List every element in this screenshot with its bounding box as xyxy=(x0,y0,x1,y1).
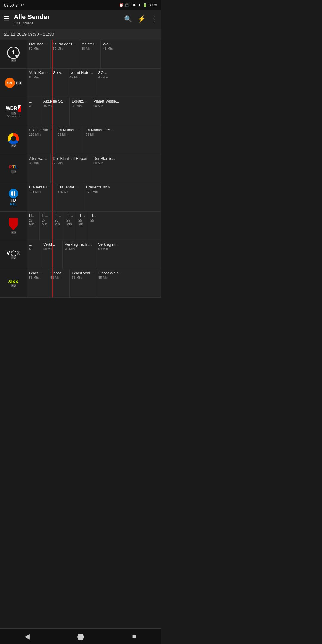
epg-row-sat1: HD SAT.1-Früh... 270 Min Im Namen der Ge… xyxy=(0,126,161,154)
signal-icon: ▲ xyxy=(138,3,141,7)
channel-logo-rtl[interactable]: R T L HD xyxy=(0,154,27,183)
page-title: Alle Sender xyxy=(14,13,124,21)
lte-icon: LTE xyxy=(131,4,136,7)
program-cell[interactable]: We... 45 Min xyxy=(101,40,161,68)
programs-rtl: Alles was ... 30 Min Der Blaulicht Repor… xyxy=(27,154,161,183)
programs-zdf: Volle Kanne - Service täglich 85 Min Not… xyxy=(27,69,161,97)
program-cell[interactable]: Im Namen der... 59 Min xyxy=(83,126,161,154)
program-cell[interactable]: How I M... 25 Min xyxy=(64,212,76,240)
program-cell[interactable]: Live nac... 50 Min xyxy=(27,40,51,68)
das-erste-logo-circle: 1 xyxy=(7,47,20,59)
status-right: ⏰ 📳 LTE ▲ 🔋 80 % xyxy=(119,3,157,7)
program-cell[interactable]: Der Blaulicht Report 60 Min xyxy=(51,154,91,183)
programs-sixx: Ghos... 56 Min Ghost... 56 Min Ghost Whi… xyxy=(27,269,161,297)
program-cell[interactable]: Alles was ... 30 Min xyxy=(27,154,51,183)
vox-logo: V ◯ X xyxy=(6,250,20,256)
program-cell[interactable]: Ghost Whisperer - Stimm... 56 Min xyxy=(70,269,96,297)
menu-button[interactable]: ☰ xyxy=(4,15,10,23)
program-cell[interactable]: Volle Kanne - Service täglich 85 Min xyxy=(27,69,67,97)
channel-logo-vox[interactable]: V ◯ X HD xyxy=(0,240,27,269)
toolbar-title: Alle Sender 10 Einträge xyxy=(14,13,124,25)
program-cell[interactable]: Frauentausch 121 Min xyxy=(84,183,161,211)
search-button[interactable]: 🔍 xyxy=(124,15,132,23)
program-cell[interactable]: Frauentau... 120 Min xyxy=(55,183,84,211)
now-line xyxy=(52,269,53,297)
channel-logo-zdf[interactable]: ZDF HD xyxy=(0,69,27,97)
now-line xyxy=(52,183,53,211)
now-line xyxy=(52,40,53,68)
programs-pro7: How ... 27 Min How I... 27 Min How I M..… xyxy=(27,212,161,240)
program-cell[interactable]: Ghos... 56 Min xyxy=(27,269,48,297)
program-cell[interactable]: Verklag mich doch! 70 Min xyxy=(63,240,96,269)
vibrate-icon: 📳 xyxy=(125,3,129,7)
zdf-logo: ZDF HD xyxy=(5,78,22,88)
parking-icon: 𝐏 xyxy=(21,3,24,7)
program-cell[interactable]: Sturm der Liebe (3274) 50 Min xyxy=(51,40,79,68)
program-cell[interactable]: Ghost... 56 Min xyxy=(48,269,70,297)
epg-row-sixx: SIXX HD Ghos... 56 Min Ghost... 56 Min G… xyxy=(0,269,161,298)
channel-logo-das-erste[interactable]: 1 HD xyxy=(0,40,27,68)
epg-row-rtl2: HD RTL Frauentau... 121 Min Frauentau...… xyxy=(0,183,161,212)
now-line xyxy=(52,212,53,240)
programs-das-erste: Live nac... 50 Min Sturm der Liebe (3274… xyxy=(27,40,161,68)
more-button[interactable]: ⋮ xyxy=(151,15,157,23)
epg-row-vox: V ◯ X HD ... 65 Verkl... 60 Min Verklag … xyxy=(0,240,161,269)
program-cell[interactable]: ... 30 xyxy=(27,97,41,126)
epg-row-zdf: ZDF HD Volle Kanne - Service täglich 85 … xyxy=(0,69,161,97)
toolbar-icons: 🔍 ⚡ ⋮ xyxy=(124,15,157,23)
program-cell[interactable]: How ... 27 Min xyxy=(27,212,40,240)
channel-logo-pro7[interactable]: HD xyxy=(0,212,27,240)
program-cell[interactable]: How I M... 25 Min xyxy=(76,212,88,240)
toolbar: ☰ Alle Sender 10 Einträge 🔍 ⚡ ⋮ xyxy=(0,10,161,29)
sat1-logo: HD xyxy=(8,133,19,147)
channel-logo-sat1[interactable]: HD xyxy=(0,126,27,154)
epg-grid: 1 HD Live nac... 50 Min Sturm der Liebe … xyxy=(0,40,161,298)
now-line xyxy=(52,126,53,154)
program-cell[interactable]: Der Blaulic... 60 Min xyxy=(91,154,161,183)
epg-row-das-erste: 1 HD Live nac... 50 Min Sturm der Liebe … xyxy=(0,40,161,69)
status-bar: 09:50 7° 𝐏 ⏰ 📳 LTE ▲ 🔋 80 % xyxy=(0,0,161,10)
epg-row-pro7: HD How ... 27 Min How I... 27 Min How I … xyxy=(0,212,161,240)
spacer xyxy=(0,298,161,315)
rtl-logo: R T L xyxy=(9,165,18,169)
programs-rtl2: Frauentau... 121 Min Frauentau... 120 Mi… xyxy=(27,183,161,211)
program-cell[interactable]: How I... 27 Min xyxy=(40,212,52,240)
alarm-icon: ⏰ xyxy=(119,3,123,7)
programs-wdr: ... 30 Aktuelle Stunde 45 Min Lokalzeit … xyxy=(27,97,161,126)
temperature: 7° xyxy=(16,3,19,7)
program-cell[interactable]: Verkl... 60 Min xyxy=(41,240,63,269)
program-cell[interactable]: Im Namen der Gerechtigkeit... 59 Min xyxy=(55,126,83,154)
channel-logo-sixx[interactable]: SIXX HD xyxy=(0,269,27,297)
program-cell[interactable]: ... 65 xyxy=(27,240,41,269)
epg-row-rtl: R T L HD Alles was ... 30 Min Der Blauli… xyxy=(0,154,161,183)
program-cell[interactable]: Notruf Hafenkante 45 Min xyxy=(67,69,96,97)
epg-row-wdr: WDR HD Düsseldorf ... 30 Aktuelle Stunde… xyxy=(0,97,161,126)
battery-percent: 80 % xyxy=(149,3,157,7)
programs-sat1: SAT.1-Früh... 270 Min Im Namen der Gerec… xyxy=(27,126,161,154)
program-cell[interactable]: Lokalzeit a... 30 Min xyxy=(70,97,91,126)
program-cell[interactable]: Verklag m... 60 Min xyxy=(96,240,161,269)
channel-logo-wdr[interactable]: WDR HD Düsseldorf xyxy=(0,97,27,126)
entry-count: 10 Einträge xyxy=(14,21,124,25)
rtl2-logo: HD RTL xyxy=(9,189,18,206)
program-cell[interactable]: Meister de... 30 Min xyxy=(79,40,101,68)
program-cell[interactable]: SO... 45 Min xyxy=(96,69,161,97)
status-left: 09:50 7° 𝐏 xyxy=(4,3,24,7)
program-cell[interactable]: How I M... 25 Min xyxy=(52,212,64,240)
now-line xyxy=(52,97,53,126)
filter-button[interactable]: ⚡ xyxy=(137,15,145,23)
sixx-logo: SIXX HD xyxy=(8,279,18,287)
battery-icon: 🔋 xyxy=(143,3,147,7)
now-line xyxy=(52,240,53,269)
program-cell[interactable]: H... 25 xyxy=(88,212,161,240)
date-range: 21.11.2019 09:30 - 11:30 xyxy=(0,29,161,40)
pro7-logo xyxy=(9,218,18,230)
wdr-logo: WDR HD Düsseldorf xyxy=(6,105,21,118)
program-cell[interactable]: Planet Wisse... 60 Min xyxy=(91,97,161,126)
program-cell[interactable]: Frauentau... 121 Min xyxy=(27,183,55,211)
channel-logo-rtl2[interactable]: HD RTL xyxy=(0,183,27,211)
program-cell[interactable]: SAT.1-Früh... 270 Min xyxy=(27,126,55,154)
program-cell[interactable]: Ghost Whis... 55 Min xyxy=(96,269,161,297)
program-cell[interactable]: Aktuelle Stunde 45 Min xyxy=(41,97,70,126)
time: 09:50 xyxy=(4,3,14,7)
